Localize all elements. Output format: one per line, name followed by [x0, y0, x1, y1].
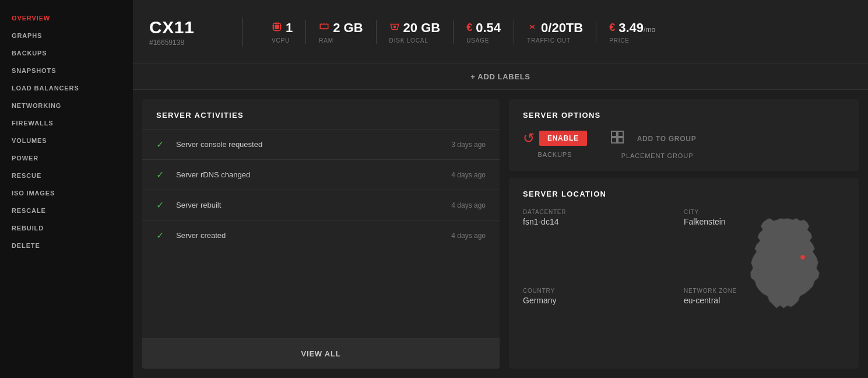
disk-value: 20 GB: [403, 20, 441, 36]
placement-icon: [610, 130, 624, 148]
euro-usage-icon: €: [466, 22, 472, 34]
check-icon-2: ✓: [156, 200, 168, 211]
ram-label: RAM: [319, 37, 333, 44]
sidebar-item-load-balancers[interactable]: Load Balancers: [0, 79, 133, 97]
backups-btn-row: ↺ ENABLE: [523, 130, 587, 146]
activity-time-0: 3 days ago: [451, 141, 486, 149]
country-value: Germany: [523, 296, 684, 305]
sidebar-item-overview[interactable]: Overview: [0, 9, 133, 27]
spec-price: € 3.49/mo PRICE: [596, 20, 668, 44]
activity-text-1: Server rDNS changed: [176, 170, 443, 179]
map-container: [733, 190, 849, 357]
add-to-group-button[interactable]: ADD TO GROUP: [629, 131, 705, 146]
backups-option: ↺ ENABLE BACKUPS: [523, 130, 587, 158]
activity-time-2: 4 days ago: [451, 201, 486, 209]
svg-rect-5: [612, 138, 617, 143]
view-all-button[interactable]: VIEW ALL: [142, 338, 500, 369]
svg-rect-4: [618, 131, 623, 136]
spec-disk: 20 GB DISK LOCAL: [377, 20, 454, 44]
sidebar-item-firewalls[interactable]: Firewalls: [0, 114, 133, 132]
svg-point-7: [800, 255, 805, 260]
svg-rect-3: [612, 131, 617, 136]
header-bar: CX11 #16659138 1 VCPU 2 GB RAM: [133, 0, 868, 64]
activity-time-1: 4 days ago: [451, 171, 486, 179]
activity-item: ✓ Server created 4 days ago: [142, 220, 500, 250]
sidebar-item-graphs[interactable]: Graphs: [0, 27, 133, 44]
spec-vcpu: 1 VCPU: [259, 20, 306, 44]
price-label: PRICE: [609, 37, 630, 44]
country-label: COUNTRY: [523, 288, 684, 294]
sidebar-item-delete[interactable]: Delete: [0, 237, 133, 254]
server-options-card: SERVER OPTIONS ↺ ENABLE BACKUPS: [509, 99, 859, 171]
spec-ram: 2 GB RAM: [306, 20, 376, 44]
activity-text-3: Server created: [176, 231, 443, 240]
add-labels-button[interactable]: + ADD LABELS: [470, 72, 530, 81]
server-location-card: SERVER LOCATION DATACENTER fsn1-dc14 CIT…: [509, 178, 859, 369]
svg-rect-0: [275, 24, 279, 29]
backups-label: BACKUPS: [537, 151, 572, 158]
ram-icon: [319, 22, 329, 34]
check-icon-1: ✓: [156, 169, 168, 180]
activity-item: ✓ Server rebuilt 4 days ago: [142, 190, 500, 220]
vcpu-value: 1: [286, 20, 293, 36]
traffic-icon: [527, 22, 537, 34]
activities-panel: SERVER ACTIVITIES ✓ Server console reque…: [142, 99, 500, 369]
datacenter-label: DATACENTER: [523, 209, 684, 215]
activity-text-0: Server console requested: [176, 140, 443, 149]
country-field: COUNTRY Germany: [523, 288, 684, 357]
disk-label: DISK LOCAL: [389, 37, 428, 44]
server-id: #16659138: [149, 38, 226, 47]
server-options-title: SERVER OPTIONS: [523, 111, 845, 120]
price-value: 3.49/mo: [619, 20, 655, 36]
sidebar-item-rescue[interactable]: Rescue: [0, 167, 133, 184]
datacenter-value: fsn1-dc14: [523, 217, 684, 226]
right-panel: SERVER OPTIONS ↺ ENABLE BACKUPS: [509, 99, 859, 369]
activity-item: ✓ Server rDNS changed 4 days ago: [142, 159, 500, 190]
server-name-block: CX11 #16659138: [149, 18, 243, 47]
check-icon-0: ✓: [156, 139, 168, 150]
svg-point-2: [393, 26, 395, 27]
activity-list: ✓ Server console requested 3 days ago ✓ …: [142, 129, 500, 338]
sidebar-item-backups[interactable]: Backups: [0, 44, 133, 62]
placement-btn-row: ADD TO GROUP: [610, 130, 705, 148]
enable-backups-button[interactable]: ENABLE: [539, 131, 587, 146]
sidebar-item-networking[interactable]: Networking: [0, 97, 133, 114]
sidebar: Overview Graphs Backups Snapshots Load B…: [0, 0, 133, 378]
sidebar-item-iso-images[interactable]: ISO Images: [0, 184, 133, 202]
content-area: SERVER ACTIVITIES ✓ Server console reque…: [133, 90, 868, 378]
placement-label: PLACEMENT GROUP: [621, 152, 694, 159]
datacenter-field: DATACENTER fsn1-dc14: [523, 209, 684, 278]
main-content: CX11 #16659138 1 VCPU 2 GB RAM: [133, 0, 868, 378]
disk-icon: [389, 22, 400, 34]
sidebar-item-volumes[interactable]: Volumes: [0, 132, 133, 149]
traffic-label: TRAFFIC OUT: [527, 37, 571, 44]
sidebar-item-rescale[interactable]: Rescale: [0, 202, 133, 219]
sidebar-item-power[interactable]: Power: [0, 149, 133, 167]
placement-option: ADD TO GROUP PLACEMENT GROUP: [610, 130, 705, 159]
svg-rect-6: [618, 138, 623, 143]
euro-price-icon: €: [609, 22, 615, 34]
check-icon-3: ✓: [156, 230, 168, 241]
activity-time-3: 4 days ago: [451, 232, 486, 240]
germany-map: [739, 215, 844, 332]
server-name: CX11: [149, 18, 226, 37]
cpu-icon: [272, 22, 282, 34]
usage-value: 0.54: [476, 20, 501, 36]
spec-traffic: 0/20TB TRAFFIC OUT: [514, 20, 596, 44]
sidebar-item-rebuild[interactable]: Rebuild: [0, 219, 133, 237]
usage-label: USAGE: [466, 37, 489, 44]
add-labels-bar[interactable]: + ADD LABELS: [133, 64, 868, 90]
sidebar-item-snapshots[interactable]: Snapshots: [0, 62, 133, 79]
backups-icon: ↺: [523, 130, 535, 146]
activities-title: SERVER ACTIVITIES: [142, 99, 500, 129]
activity-text-2: Server rebuilt: [176, 201, 443, 209]
traffic-value: 0/20TB: [541, 20, 583, 36]
spec-usage: € 0.54 USAGE: [454, 20, 514, 44]
activity-item: ✓ Server console requested 3 days ago: [142, 129, 500, 159]
ram-value: 2 GB: [333, 20, 363, 36]
vcpu-label: VCPU: [272, 37, 290, 44]
options-row: ↺ ENABLE BACKUPS ADD TO GROUP PLACEMENT: [523, 130, 845, 159]
